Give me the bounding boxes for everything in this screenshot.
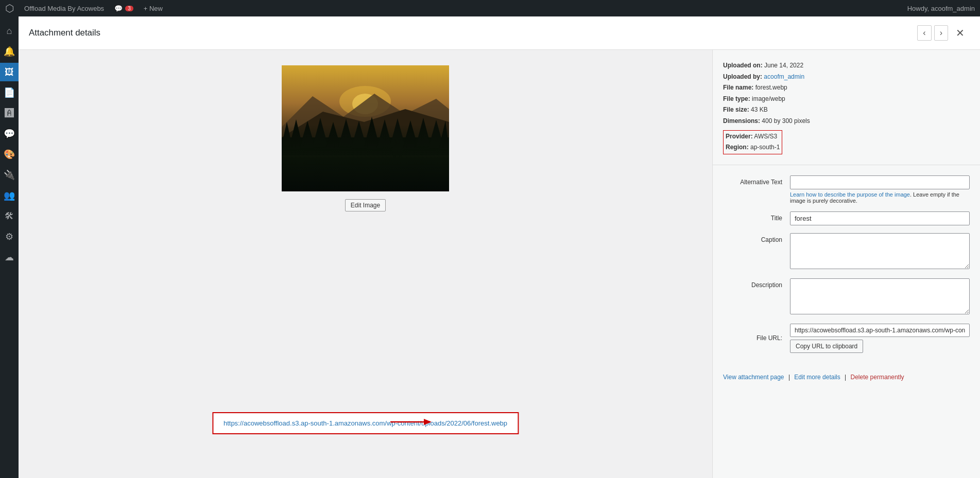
copy-url-button[interactable]: Copy URL to clipboard: [790, 340, 863, 353]
fields-section: Alternative Text Learn how to describe t…: [713, 165, 980, 368]
provider-box: Provider: AWS/S3 Region: ap-south-1: [723, 130, 782, 154]
image-preview: [282, 65, 449, 191]
sidebar-icon-tools[interactable]: 🛠: [0, 207, 19, 225]
description-input-wrap: [790, 278, 970, 316]
svg-marker-18: [428, 120, 444, 148]
new-item[interactable]: + New: [139, 5, 168, 12]
close-modal-button[interactable]: ✕: [951, 24, 970, 42]
svg-point-23: [395, 143, 400, 147]
prev-attachment-button[interactable]: ‹: [917, 25, 931, 41]
alt-text-field-row: Alternative Text Learn how to describe t…: [723, 175, 970, 204]
svg-rect-22: [397, 145, 399, 151]
sidebar-icon-lib[interactable]: 📄: [0, 83, 19, 102]
edit-more-details-link[interactable]: Edit more details: [794, 374, 840, 381]
file-url-display-link[interactable]: https://acowebsoffload.s3.ap-south-1.ama…: [223, 419, 507, 427]
svg-line-24: [395, 140, 397, 144]
file-url-input[interactable]: [790, 324, 970, 337]
file-name: File name: forest.webp: [723, 82, 970, 94]
alt-text-hint: Learn how to describe the purpose of the…: [790, 191, 970, 204]
delete-permanently-link[interactable]: Delete permanently: [851, 374, 904, 381]
attachment-details-modal: Attachment details ‹ › ✕: [19, 16, 980, 478]
sidebar-icon-ad[interactable]: 🅰: [0, 104, 19, 122]
file-url-input-wrap: Copy URL to clipboard: [790, 324, 970, 353]
alt-text-input-wrap: Learn how to describe the purpose of the…: [790, 175, 970, 204]
sidebar-icon-plugins[interactable]: 🔌: [0, 166, 19, 184]
file-url-field-row: File URL: Copy URL to clipboard: [723, 324, 970, 353]
comments-count[interactable]: 💬 3: [109, 5, 139, 12]
svg-line-25: [399, 140, 400, 144]
svg-marker-12: [351, 121, 367, 148]
file-url-display-box: https://acowebsoffload.s3.ap-south-1.ama…: [212, 412, 519, 434]
view-attachment-page-link[interactable]: View attachment page: [723, 374, 784, 381]
modal-overlay: Attachment details ‹ › ✕: [19, 16, 980, 478]
modal-body: Edit Image https://acowebsoffload.s3.ap-…: [19, 50, 980, 478]
file-info-section: Uploaded on: June 14, 2022 Uploaded by: …: [713, 50, 980, 165]
region: Region: ap-south-1: [726, 142, 780, 153]
svg-point-21: [391, 146, 404, 152]
svg-marker-6: [282, 122, 292, 145]
url-arrow-indicator: [390, 417, 432, 429]
alt-text-hint-link[interactable]: Learn how to describe the purpose of the…: [790, 191, 910, 198]
uploaded-on: Uploaded on: June 14, 2022: [723, 60, 970, 72]
description-textarea[interactable]: [790, 278, 970, 314]
dimensions: Dimensions: 400 by 300 pixels: [723, 116, 970, 127]
uploaded-by-link[interactable]: acoofm_admin: [764, 73, 804, 80]
user-greeting: Howdy, acoofm_admin: [907, 5, 975, 12]
svg-line-29: [400, 137, 401, 140]
svg-line-26: [394, 137, 395, 140]
caption-label: Caption: [723, 233, 790, 243]
file-url-label: File URL:: [723, 334, 790, 342]
svg-rect-0: [282, 65, 449, 191]
sidebar-icon-comments[interactable]: 💬: [0, 125, 19, 143]
caption-textarea[interactable]: [790, 233, 970, 269]
media-preview-area: Edit Image https://acowebsoffload.s3.ap-…: [19, 50, 712, 478]
caption-input-wrap: [790, 233, 970, 271]
svg-marker-10: [325, 122, 341, 148]
file-size: File size: 43 KB: [723, 104, 970, 116]
sidebar-icon-home[interactable]: ⌂: [0, 22, 19, 40]
sidebar-icon-users[interactable]: 👥: [0, 186, 19, 205]
sidebar: ⌂ 🔔 🖼 📄 🅰 💬 🎨 🔌 👥 🛠 ⚙ ☁: [0, 16, 19, 478]
sidebar-icon-bell[interactable]: 🔔: [0, 42, 19, 61]
svg-marker-16: [403, 120, 418, 148]
title-field-row: Title: [723, 211, 970, 225]
alt-text-input[interactable]: [790, 175, 970, 189]
file-type: File type: image/webp: [723, 94, 970, 105]
title-label: Title: [723, 211, 790, 222]
description-field-row: Description: [723, 278, 970, 316]
svg-marker-36: [424, 419, 432, 425]
svg-rect-20: [282, 155, 449, 191]
svg-marker-19: [439, 121, 449, 149]
admin-bar: ⬡ Offload Media By Acowebs 💬 3 + New How…: [0, 0, 980, 16]
provider: Provider: AWS/S3: [726, 131, 780, 143]
attachment-links: View attachment page | Edit more details…: [713, 368, 980, 391]
sidebar-icon-offload[interactable]: ☁: [0, 248, 19, 267]
sidebar-icon-media[interactable]: 🖼: [0, 63, 19, 81]
next-attachment-button[interactable]: ›: [934, 25, 948, 41]
description-label: Description: [723, 278, 790, 289]
attachment-sidebar: Uploaded on: June 14, 2022 Uploaded by: …: [712, 50, 980, 478]
sidebar-icon-settings[interactable]: ⚙: [0, 227, 19, 246]
wp-logo: ⬡: [5, 2, 14, 14]
site-title: Offload Media By Acowebs: [19, 5, 109, 12]
modal-header: Attachment details ‹ › ✕: [19, 16, 980, 50]
modal-title: Attachment details: [29, 28, 917, 38]
svg-line-27: [395, 137, 396, 140]
title-input-wrap: [790, 211, 970, 225]
title-input[interactable]: [790, 211, 970, 225]
svg-rect-5: [282, 137, 449, 191]
sidebar-icon-appearance[interactable]: 🎨: [0, 145, 19, 164]
svg-rect-34: [282, 173, 449, 191]
caption-field-row: Caption: [723, 233, 970, 271]
uploaded-by: Uploaded by: acoofm_admin: [723, 72, 970, 83]
edit-image-button[interactable]: Edit Image: [345, 199, 386, 211]
svg-line-28: [400, 137, 400, 140]
svg-marker-8: [300, 121, 315, 148]
provider-region-box: Provider: AWS/S3 Region: ap-south-1: [723, 129, 970, 154]
modal-navigation: ‹ › ✕: [917, 24, 970, 42]
alt-text-label: Alternative Text: [723, 175, 790, 186]
